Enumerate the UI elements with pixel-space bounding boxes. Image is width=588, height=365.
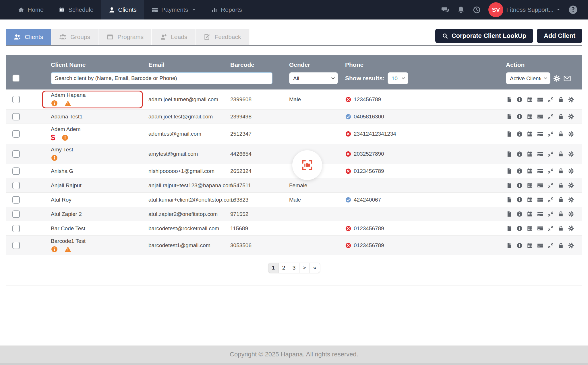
lock-icon[interactable] xyxy=(558,113,564,120)
calendar-icon[interactable] xyxy=(527,242,533,249)
row-checkbox[interactable] xyxy=(12,113,20,120)
calendar-icon[interactable] xyxy=(527,113,533,120)
tab-feedback[interactable]: Feedback xyxy=(196,29,249,45)
gear-icon[interactable] xyxy=(568,151,575,157)
info-badge-icon[interactable] xyxy=(51,100,58,107)
row-checkbox[interactable] xyxy=(12,196,20,204)
page-button-2[interactable]: 2 xyxy=(278,263,289,273)
info-badge-icon[interactable] xyxy=(51,154,58,161)
calendar-icon[interactable] xyxy=(527,196,533,203)
barcode-scan-badge[interactable] xyxy=(292,150,322,180)
lock-icon[interactable] xyxy=(558,225,564,232)
clock-icon[interactable] xyxy=(473,6,481,14)
lock-icon[interactable] xyxy=(558,211,564,217)
lock-icon[interactable] xyxy=(558,168,564,174)
warning-icon[interactable] xyxy=(64,246,71,253)
lock-icon[interactable] xyxy=(558,96,564,103)
nav-item-payments[interactable]: Payments xyxy=(144,0,204,19)
tab-groups[interactable]: Groups xyxy=(51,29,98,45)
nav-item-home[interactable]: Home xyxy=(10,0,51,19)
info-badge-icon[interactable] xyxy=(61,134,69,141)
compress-icon[interactable] xyxy=(547,168,554,174)
info-circle-icon[interactable] xyxy=(516,182,523,189)
file-icon[interactable] xyxy=(506,96,512,103)
gear-icon[interactable] xyxy=(568,182,575,189)
lock-icon[interactable] xyxy=(558,131,564,137)
credit-card-icon[interactable] xyxy=(537,113,543,120)
gear-icon[interactable] xyxy=(568,211,575,217)
file-icon[interactable] xyxy=(506,113,512,120)
row-checkbox[interactable] xyxy=(12,210,20,218)
tab-programs[interactable]: Programs xyxy=(98,29,152,45)
credit-card-icon[interactable] xyxy=(537,151,543,157)
credit-card-icon[interactable] xyxy=(537,211,543,217)
credit-card-icon[interactable] xyxy=(537,225,543,232)
lock-icon[interactable] xyxy=(558,182,564,189)
bulk-action-select[interactable]: Active Clients xyxy=(506,72,550,84)
file-icon[interactable] xyxy=(506,131,512,137)
bell-icon[interactable] xyxy=(457,6,465,14)
select-all-checkbox[interactable] xyxy=(12,75,20,82)
tab-leads[interactable]: Leads xyxy=(152,29,196,45)
add-client-button[interactable]: Add Client xyxy=(537,29,582,43)
page-button-1[interactable]: 1 xyxy=(268,263,279,273)
nav-item-reports[interactable]: Reports xyxy=(204,0,249,19)
compress-icon[interactable] xyxy=(547,182,554,189)
credit-card-icon[interactable] xyxy=(537,196,543,203)
file-icon[interactable] xyxy=(506,168,512,174)
info-circle-icon[interactable] xyxy=(516,113,523,120)
gear-icon[interactable] xyxy=(568,196,575,203)
credit-card-icon[interactable] xyxy=(537,242,543,249)
compress-icon[interactable] xyxy=(547,225,554,232)
file-icon[interactable] xyxy=(506,225,512,232)
info-circle-icon[interactable] xyxy=(516,211,523,217)
calendar-icon[interactable] xyxy=(527,182,533,189)
account-menu[interactable]: SV Fitness Support... xyxy=(488,2,560,17)
dollar-icon[interactable]: $ xyxy=(51,134,55,142)
row-checkbox[interactable] xyxy=(12,242,20,249)
compress-icon[interactable] xyxy=(547,196,554,203)
gender-filter-select[interactable]: All xyxy=(289,72,338,84)
row-checkbox[interactable] xyxy=(12,182,20,189)
help-icon[interactable] xyxy=(568,5,578,15)
row-checkbox[interactable] xyxy=(12,130,20,138)
page-button-3[interactable]: 3 xyxy=(289,263,299,273)
compress-icon[interactable] xyxy=(547,96,554,103)
gear-icon[interactable] xyxy=(568,168,575,174)
compress-icon[interactable] xyxy=(547,113,554,120)
credit-card-icon[interactable] xyxy=(537,96,543,103)
show-results-select[interactable]: 10 xyxy=(388,72,408,84)
gear-icon[interactable] xyxy=(568,131,575,137)
row-checkbox[interactable] xyxy=(12,225,20,232)
gear-icon[interactable] xyxy=(568,96,575,103)
info-circle-icon[interactable] xyxy=(516,196,523,203)
warning-icon[interactable] xyxy=(64,100,71,107)
calendar-icon[interactable] xyxy=(527,151,533,157)
chat-icon[interactable] xyxy=(441,6,449,14)
compress-icon[interactable] xyxy=(547,151,554,157)
calendar-icon[interactable] xyxy=(527,225,533,232)
file-icon[interactable] xyxy=(506,182,512,189)
file-icon[interactable] xyxy=(506,151,512,157)
info-circle-icon[interactable] xyxy=(516,168,523,174)
credit-card-icon[interactable] xyxy=(537,131,543,137)
page-last-button[interactable]: » xyxy=(310,263,320,273)
file-icon[interactable] xyxy=(506,211,512,217)
lock-icon[interactable] xyxy=(558,242,564,249)
nav-item-clients[interactable]: Clients xyxy=(101,0,144,19)
corporate-client-lookup-button[interactable]: Corporate Client LookUp xyxy=(435,29,533,43)
calendar-icon[interactable] xyxy=(527,96,533,103)
info-circle-icon[interactable] xyxy=(516,225,523,232)
file-icon[interactable] xyxy=(506,196,512,203)
info-badge-icon[interactable] xyxy=(51,246,58,253)
tab-clients[interactable]: Clients xyxy=(6,29,51,45)
file-icon[interactable] xyxy=(506,242,512,249)
nav-item-schedule[interactable]: Schedule xyxy=(51,0,101,19)
credit-card-icon[interactable] xyxy=(537,168,543,174)
credit-card-icon[interactable] xyxy=(537,182,543,189)
lock-icon[interactable] xyxy=(558,151,564,157)
info-circle-icon[interactable] xyxy=(516,131,523,137)
gear-icon[interactable] xyxy=(568,113,575,120)
row-checkbox[interactable] xyxy=(12,96,20,103)
calendar-icon[interactable] xyxy=(527,131,533,137)
